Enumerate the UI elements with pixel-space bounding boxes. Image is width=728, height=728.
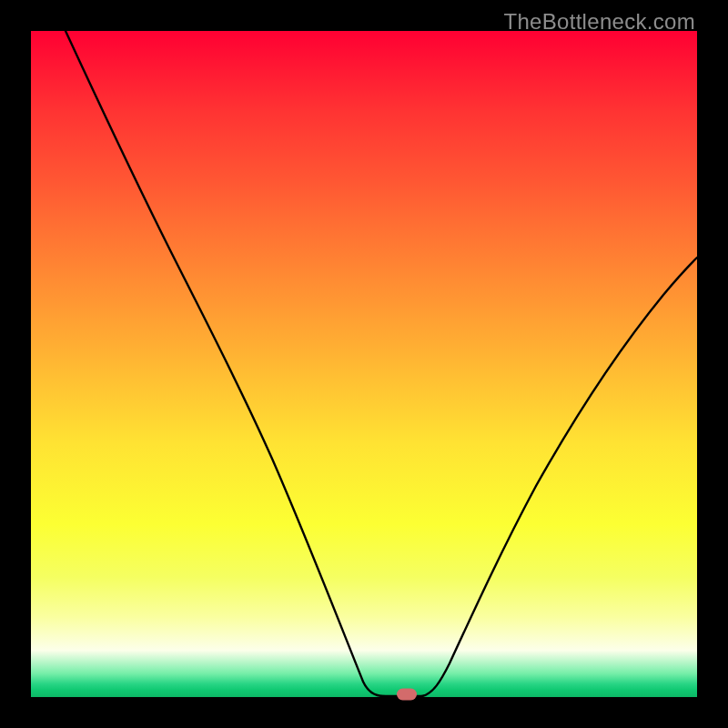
chart-frame: TheBottleneck.com (0, 0, 728, 728)
bottleneck-curve (31, 31, 697, 697)
optimal-marker (397, 689, 417, 701)
plot-area (31, 31, 697, 697)
watermark-text: TheBottleneck.com (503, 9, 695, 35)
